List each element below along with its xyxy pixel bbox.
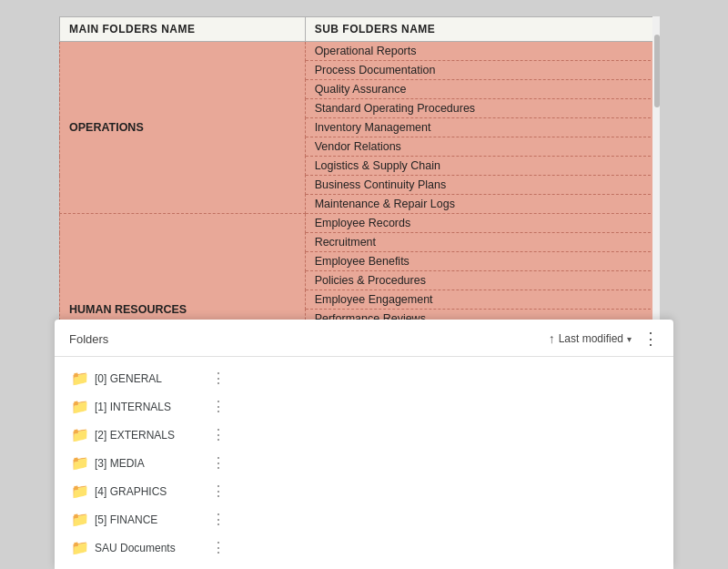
sub-folder-name: Logistics & Supply Chain bbox=[305, 157, 659, 176]
bottom-panel: Folders ↑ Last modified ▾ ⋮ 📁[0] GENERAL… bbox=[55, 320, 673, 569]
sub-folder-name: Employee Records bbox=[305, 214, 659, 233]
list-item: 📁[3] MEDIA⋮ bbox=[64, 449, 664, 477]
sub-folder-name: Quality Assurance bbox=[305, 80, 659, 99]
folder-icon: 📁 bbox=[71, 454, 89, 472]
folder-item[interactable]: 📁[4] GRAPHICS bbox=[64, 477, 209, 505]
folder-name-label: [5] FINANCE bbox=[95, 513, 202, 526]
table-row: OPERATIONSOperational Reports bbox=[60, 42, 660, 61]
folder-item[interactable]: 📁SAU Documents bbox=[64, 533, 209, 562]
folder-item[interactable]: 📁[3] MEDIA bbox=[64, 449, 209, 477]
folders-title: Folders bbox=[69, 332, 549, 346]
folder-icon: 📁 bbox=[71, 398, 89, 415]
folder-icon: 📁 bbox=[71, 370, 89, 387]
sort-arrow-icon: ↑ bbox=[549, 331, 555, 346]
folder-icon: 📁 bbox=[71, 483, 89, 500]
sub-folder-name: Vendor Relations bbox=[305, 137, 659, 157]
folders-grid: 📁[0] GENERAL⋮📁[1] INTERNALS⋮📁[2] EXTERNA… bbox=[55, 357, 673, 565]
sub-folder-name: Operational Reports bbox=[305, 42, 659, 61]
sub-folder-name: Maintenance & Repair Logs bbox=[305, 195, 659, 214]
folder-more-icon[interactable]: ⋮ bbox=[209, 483, 228, 500]
folders-header: Folders ↑ Last modified ▾ ⋮ bbox=[55, 329, 673, 357]
sub-folder-name: Employee Engagement bbox=[305, 290, 659, 310]
list-item: 📁[4] GRAPHICS⋮ bbox=[64, 477, 664, 505]
col2-header: SUB FOLDERS NAME bbox=[305, 17, 659, 42]
panel-more-icon[interactable]: ⋮ bbox=[642, 329, 659, 349]
folder-name-label: [4] GRAPHICS bbox=[95, 485, 202, 498]
sub-folder-name: Process Documentation bbox=[305, 61, 659, 80]
folder-name-label: [1] INTERNALS bbox=[95, 401, 202, 413]
folder-name-label: [2] EXTERNALS bbox=[95, 429, 202, 442]
folder-icon: 📁 bbox=[71, 511, 89, 528]
folder-name-label: [3] MEDIA bbox=[95, 457, 202, 470]
folder-more-icon[interactable]: ⋮ bbox=[209, 426, 228, 443]
sub-folder-name: Inventory Management bbox=[305, 118, 659, 137]
sub-folder-name: Business Continuity Plans bbox=[305, 176, 659, 195]
sort-label[interactable]: Last modified bbox=[559, 332, 623, 345]
folder-more-icon[interactable]: ⋮ bbox=[209, 511, 228, 528]
folder-item[interactable]: 📁[1] INTERNALS bbox=[64, 392, 209, 421]
table-row: HUMAN RESOURCESEmployee Records bbox=[60, 214, 660, 233]
folder-name-label: [0] GENERAL bbox=[95, 372, 202, 385]
folder-name-label: SAU Documents bbox=[95, 542, 202, 554]
folder-icon: 📁 bbox=[71, 426, 89, 443]
list-item: 📁SAU Documents⋮ bbox=[64, 533, 664, 562]
sub-folder-name: Employee Benefits bbox=[305, 252, 659, 271]
sort-area[interactable]: ↑ Last modified ▾ bbox=[549, 331, 632, 346]
sub-folder-name: Standard Operating Procedures bbox=[305, 99, 659, 118]
folder-item[interactable]: 📁[0] GENERAL bbox=[64, 364, 209, 392]
folder-more-icon[interactable]: ⋮ bbox=[209, 370, 228, 387]
sort-dropdown-icon[interactable]: ▾ bbox=[627, 334, 632, 344]
sub-folder-name: Policies & Procedures bbox=[305, 271, 659, 290]
main-folder-name: OPERATIONS bbox=[60, 42, 306, 214]
list-item: 📁[2] EXTERNALS⋮ bbox=[64, 421, 664, 449]
sub-folder-name: Recruitment bbox=[305, 233, 659, 252]
list-item: 📁[1] INTERNALS⋮ bbox=[64, 392, 664, 421]
folder-more-icon[interactable]: ⋮ bbox=[209, 398, 228, 415]
folder-item[interactable]: 📁[2] EXTERNALS bbox=[64, 421, 209, 449]
folder-item[interactable]: 📁[5] FINANCE bbox=[64, 505, 209, 533]
scrollbar-thumb[interactable] bbox=[654, 35, 660, 107]
list-item: 📁[5] FINANCE⋮ bbox=[64, 505, 664, 533]
list-item: 📁[0] GENERAL⋮ bbox=[64, 364, 664, 392]
folder-more-icon[interactable]: ⋮ bbox=[209, 454, 228, 472]
folder-icon: 📁 bbox=[71, 539, 89, 556]
folder-more-icon[interactable]: ⋮ bbox=[209, 539, 228, 556]
col1-header: MAIN FOLDERS NAME bbox=[60, 17, 306, 42]
